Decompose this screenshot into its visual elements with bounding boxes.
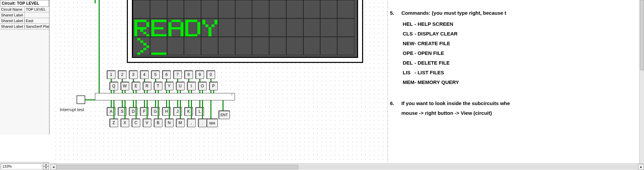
command-row: OPE- OPEN FILE: [390, 48, 459, 58]
key-x[interactable]: X: [120, 118, 129, 127]
key-7[interactable]: 7: [173, 70, 182, 79]
display-cell: [337, 0, 354, 18]
property-body: Circuit NameTOP LEVELShared LabelShared …: [0, 7, 49, 135]
command-row: CLS- DISPLAY CLEAR: [390, 29, 459, 38]
command-code: OPE: [390, 48, 414, 58]
wire-key: [202, 100, 203, 118]
display-cell: [150, 18, 167, 37]
display-cell: [218, 0, 235, 18]
key-v[interactable]: V: [143, 118, 151, 127]
command-desc: - DISPLAY CLEAR: [414, 29, 459, 38]
property-value[interactable]: SansSerif Plain 12: [25, 24, 49, 29]
display-cell: [218, 37, 235, 55]
key-u[interactable]: U: [176, 82, 185, 90]
key-5[interactable]: 5: [151, 70, 160, 79]
keyboard-bar[interactable]: ▿: [95, 93, 235, 100]
zoom-value[interactable]: 133%: [1, 163, 42, 169]
display-cell: [235, 37, 252, 55]
wire-key: [133, 100, 134, 107]
key-6[interactable]: 6: [162, 70, 171, 79]
hscroll-left[interactable]: ◂: [50, 164, 56, 170]
key-n[interactable]: N: [165, 118, 174, 127]
display-outer-frame: [127, 0, 363, 63]
wire-stub: [95, 0, 96, 3]
display-cell: [201, 0, 218, 18]
zoom-bar: 133% ▲ ▼: [0, 162, 50, 170]
key-1[interactable]: 1: [107, 70, 115, 79]
display-cell: [184, 0, 201, 18]
help-vscrollbar[interactable]: [639, 0, 644, 163]
key-9[interactable]: 9: [195, 70, 204, 79]
property-row[interactable]: Shared Label FontSansSerif Plain 12: [0, 24, 49, 29]
display-cell: [337, 37, 354, 55]
wire-key: [210, 100, 211, 118]
wire-key: [111, 100, 112, 107]
display-cell: [235, 0, 252, 18]
wire-key: [188, 100, 189, 107]
command-row: DEL- DELETE FILE: [390, 58, 459, 68]
key-.[interactable]: .: [198, 118, 207, 127]
display-cell: [320, 18, 337, 37]
key-p[interactable]: P: [209, 82, 218, 90]
key-3[interactable]: 3: [129, 70, 138, 79]
display-cell: [286, 0, 303, 18]
command-list: HEL- HELP SCREENCLS- DISPLAY CLEARNEW- C…: [390, 19, 459, 87]
wire-key: [147, 100, 148, 118]
property-row[interactable]: Shared Label: [0, 12, 49, 18]
command-code: CLS: [390, 29, 414, 38]
display-cell: [218, 18, 235, 37]
wire-key: [166, 100, 167, 107]
key-2[interactable]: 2: [118, 70, 127, 79]
key-4[interactable]: 4: [140, 70, 149, 79]
key-o[interactable]: O: [198, 82, 207, 90]
key-m[interactable]: M: [176, 118, 185, 127]
key-t[interactable]: T: [154, 82, 162, 90]
key-e[interactable]: E: [132, 82, 140, 90]
display-cell: [252, 18, 269, 37]
wire-key: [199, 100, 200, 107]
display-cell: [184, 18, 201, 37]
hscroll-track[interactable]: [57, 165, 638, 169]
property-key: Shared Label: [0, 12, 25, 18]
command-row: HEL- HELP SCREEN: [390, 19, 459, 29]
display-cell: [269, 37, 286, 55]
property-row[interactable]: Circuit NameTOP LEVEL: [0, 7, 49, 12]
property-value[interactable]: [25, 12, 49, 18]
command-desc: - LIST FILES: [414, 68, 459, 77]
command-desc: - MEMORY QUERY: [414, 77, 459, 87]
wire-key: [169, 100, 170, 118]
command-code: DEL: [390, 58, 414, 68]
property-header: Circuit: TOP LEVEL: [0, 0, 49, 7]
wire-key: [191, 100, 192, 118]
display-cell: [150, 0, 167, 18]
key-,[interactable]: ,: [187, 118, 196, 127]
display-cell: [133, 18, 150, 37]
key-z[interactable]: Z: [109, 118, 118, 127]
help-vscroll-thumb[interactable]: [640, 0, 644, 70]
property-value[interactable]: East: [25, 18, 49, 23]
display-cell: [303, 0, 320, 18]
zoom-up[interactable]: ▲: [43, 163, 49, 166]
wire-key: [136, 100, 137, 118]
key-spa[interactable]: spa: [206, 118, 218, 127]
zoom-spinner[interactable]: ▲ ▼: [43, 163, 49, 170]
property-value[interactable]: TOP LEVEL: [25, 7, 49, 12]
key-c[interactable]: C: [132, 118, 140, 127]
key-8[interactable]: 8: [184, 70, 193, 79]
help-panel: 5. Commands: (you must type right, becau…: [388, 0, 644, 163]
hscroll-right[interactable]: ▸: [638, 164, 644, 170]
wire-key: [180, 100, 181, 118]
property-row[interactable]: Shared Label F…East: [0, 18, 49, 24]
key-ent[interactable]: ENT: [218, 110, 230, 119]
key-r[interactable]: R: [143, 82, 151, 90]
hscroll-thumb[interactable]: [57, 165, 298, 169]
key-w[interactable]: W: [120, 82, 129, 90]
key-q[interactable]: Q: [109, 82, 118, 90]
key-b[interactable]: B: [154, 118, 162, 127]
hscrollbar[interactable]: ◂ ▸: [50, 163, 644, 170]
key-y[interactable]: Y: [165, 82, 174, 90]
key-i[interactable]: I: [187, 82, 196, 90]
interrupt-block[interactable]: [77, 95, 85, 104]
key-0[interactable]: 0: [206, 70, 215, 79]
zoom-down[interactable]: ▼: [43, 166, 49, 170]
